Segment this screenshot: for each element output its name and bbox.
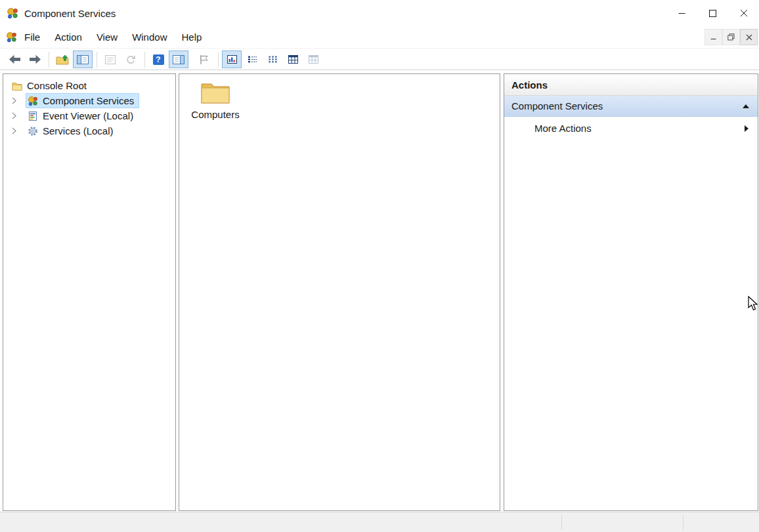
actions-pane: Actions Component Services More Actions <box>504 73 758 511</box>
toolbar: ? <box>0 49 759 70</box>
tree-selection-highlight: Component Services <box>26 94 139 108</box>
console-tree-pane: Console Root Component Services <box>3 73 176 511</box>
menu-action[interactable]: Action <box>47 28 89 47</box>
tree-item-console-root[interactable]: Console Root <box>3 78 175 93</box>
icons-view-button[interactable] <box>263 51 282 68</box>
more-actions-item[interactable]: More Actions <box>504 117 758 140</box>
maximize-button[interactable] <box>697 0 728 26</box>
menu-view[interactable]: View <box>89 28 125 47</box>
toolbar-separator <box>97 52 97 68</box>
actions-pane-title: Actions <box>504 74 758 96</box>
window-title: Component Services <box>24 8 116 19</box>
new-taskpad-view-button[interactable] <box>194 51 214 68</box>
menu-help[interactable]: Help <box>174 28 209 47</box>
extended-view-button <box>303 51 323 68</box>
chevron-right-icon[interactable] <box>12 127 18 134</box>
help-button[interactable]: ? <box>148 51 168 68</box>
tree-item-label: Services (Local) <box>43 125 114 136</box>
tree-item-services[interactable]: Services (Local) <box>3 123 175 138</box>
status-bar-divider <box>561 515 562 530</box>
tree-item-label: Component Services <box>43 95 134 106</box>
mdi-window-controls <box>705 29 758 45</box>
submenu-right-icon <box>745 125 748 132</box>
show-hide-action-pane-button[interactable] <box>169 51 188 68</box>
console-window-icon <box>6 31 17 43</box>
folder-icon <box>190 81 241 104</box>
tree-item-label: Console Root <box>27 80 87 91</box>
folder-icon <box>11 81 22 91</box>
mdi-minimize-button[interactable] <box>705 29 722 45</box>
window-controls <box>666 0 759 26</box>
menu-file[interactable]: File <box>17 28 47 47</box>
details-pane: Computers <box>179 73 500 511</box>
tree-item-component-services[interactable]: Component Services <box>3 93 175 108</box>
refresh-button <box>121 51 141 68</box>
more-actions-label: More Actions <box>534 123 745 134</box>
chevron-right-icon[interactable] <box>12 97 18 104</box>
menu-bar: File Action View Window Help <box>0 26 759 49</box>
actions-section-label: Component Services <box>511 100 743 112</box>
back-button[interactable] <box>5 51 24 68</box>
tree-item-label: Event Viewer (Local) <box>43 110 133 121</box>
mdi-restore-button[interactable] <box>722 29 740 45</box>
component-services-app-icon <box>7 7 18 19</box>
minimize-button[interactable] <box>666 0 697 26</box>
forward-button[interactable] <box>25 51 45 68</box>
list-view-button[interactable] <box>242 51 262 68</box>
event-viewer-icon <box>27 111 38 121</box>
mdi-close-button[interactable] <box>740 29 758 45</box>
up-one-level-button[interactable] <box>53 51 72 68</box>
toolbar-separator <box>144 52 145 68</box>
actions-section-component-services[interactable]: Component Services <box>504 96 758 117</box>
show-hide-console-tree-button[interactable] <box>73 51 93 68</box>
toolbar-separator <box>218 52 219 68</box>
menu-window[interactable]: Window <box>125 28 174 47</box>
status-view-button[interactable] <box>222 51 242 68</box>
status-bar-divider <box>683 515 683 530</box>
file-item-label: Computers <box>190 109 241 120</box>
tree-item-content: Event Viewer (Local) <box>26 109 138 123</box>
status-bar <box>0 512 759 532</box>
toolbar-separator <box>49 52 49 68</box>
tree-item-content: Services (Local) <box>26 124 118 138</box>
component-services-icon <box>27 96 38 106</box>
services-gear-icon <box>27 126 38 136</box>
chevron-right-icon[interactable] <box>12 112 18 119</box>
close-button[interactable] <box>728 0 759 26</box>
title-bar: Component Services <box>0 0 759 26</box>
help-icon: ? <box>153 54 164 65</box>
collapse-up-icon[interactable] <box>743 104 749 108</box>
tree-item-event-viewer[interactable]: Event Viewer (Local) <box>3 108 175 123</box>
computers-folder-item[interactable]: Computers <box>190 81 241 120</box>
export-list-button <box>100 51 120 68</box>
detail-view-button[interactable] <box>283 51 303 68</box>
